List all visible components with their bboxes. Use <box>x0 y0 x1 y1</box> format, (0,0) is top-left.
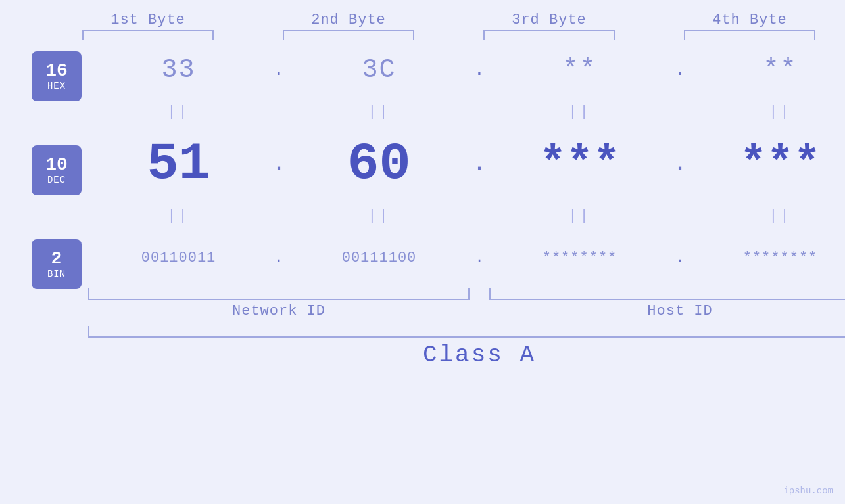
hex-byte2: 3C <box>362 55 396 85</box>
dec-badge-number: 10 <box>45 155 68 175</box>
dec-data-row: 51 . 60 . *** . *** <box>88 124 845 203</box>
sep2-byte4: || <box>690 208 845 224</box>
sep-row-1: || || || || <box>88 99 845 124</box>
sep1-byte4: || <box>690 104 845 120</box>
host-id-bracket <box>489 288 845 300</box>
bin-badge: 2 BIN <box>32 239 82 289</box>
sep2-byte2: || <box>289 208 470 224</box>
hex-badge: 16 HEX <box>32 51 82 101</box>
byte2-header: 2nd Byte <box>258 12 439 28</box>
sep1-byte3: || <box>489 104 670 120</box>
hex-badge-number: 16 <box>45 61 68 81</box>
dec-dot3: . <box>673 150 687 177</box>
class-label-row: Class A <box>88 342 845 369</box>
id-labels-row: Network ID Host ID <box>88 303 845 319</box>
full-bracket-row <box>88 326 845 338</box>
bin-byte1: 00110011 <box>141 250 216 266</box>
dec-byte1: 51 <box>147 134 210 194</box>
bottom-brackets-row <box>88 288 845 300</box>
hex-dot3: . <box>675 60 686 80</box>
byte4-header: 4th Byte <box>660 12 840 28</box>
badges-column: 16 HEX 10 DEC 2 BIN <box>0 40 82 294</box>
dec-byte4: *** <box>740 139 820 189</box>
host-id-label: Host ID <box>489 303 845 319</box>
bin-badge-number: 2 <box>51 249 62 269</box>
bin-byte3: ******** <box>543 250 617 266</box>
main-container: 1st Byte 2nd Byte 3rd Byte 4th Byte <box>0 0 845 504</box>
sep2-byte1: || <box>88 208 269 224</box>
byte3-header: 3rd Byte <box>459 12 640 28</box>
sep2-byte3: || <box>489 208 670 224</box>
dec-byte3: *** <box>539 139 619 189</box>
sep1-byte1: || <box>88 104 269 120</box>
dec-byte2: 60 <box>347 134 410 194</box>
bin-dot3: . <box>675 250 684 266</box>
hex-data-row: 33 . 3C . ** . ** <box>88 40 845 99</box>
bin-dot1: . <box>274 250 283 266</box>
network-id-label: Network ID <box>88 303 470 319</box>
hex-badge-label: HEX <box>47 81 66 91</box>
dec-dot1: . <box>272 150 286 177</box>
network-id-bracket <box>88 288 470 300</box>
bin-byte2: 00111100 <box>342 250 417 266</box>
bin-badge-label: BIN <box>47 269 66 279</box>
bracket-byte2 <box>258 30 439 40</box>
hex-dot1: . <box>274 60 285 80</box>
dec-badge: 10 DEC <box>32 145 82 195</box>
hex-byte1: 33 <box>161 55 195 85</box>
class-bracket <box>88 326 845 338</box>
bin-byte4: ******** <box>743 250 818 266</box>
bracket-byte3 <box>459 30 640 40</box>
bin-data-row: 00110011 . 00111100 . ******** . *******… <box>88 228 845 287</box>
dec-badge-label: DEC <box>47 175 66 185</box>
hex-dot2: . <box>474 60 485 80</box>
hex-byte3: ** <box>562 55 596 85</box>
dec-dot2: . <box>472 150 487 177</box>
sep1-byte2: || <box>289 104 470 120</box>
watermark: ipshu.com <box>783 486 833 496</box>
sep-row-2: || || || || <box>88 203 845 228</box>
byte1-header: 1st Byte <box>58 12 239 28</box>
bracket-byte1 <box>58 30 239 40</box>
class-a-label: Class A <box>423 342 536 369</box>
hex-byte4: ** <box>763 55 797 85</box>
bin-dot2: . <box>475 250 483 266</box>
bracket-byte4 <box>660 30 840 40</box>
